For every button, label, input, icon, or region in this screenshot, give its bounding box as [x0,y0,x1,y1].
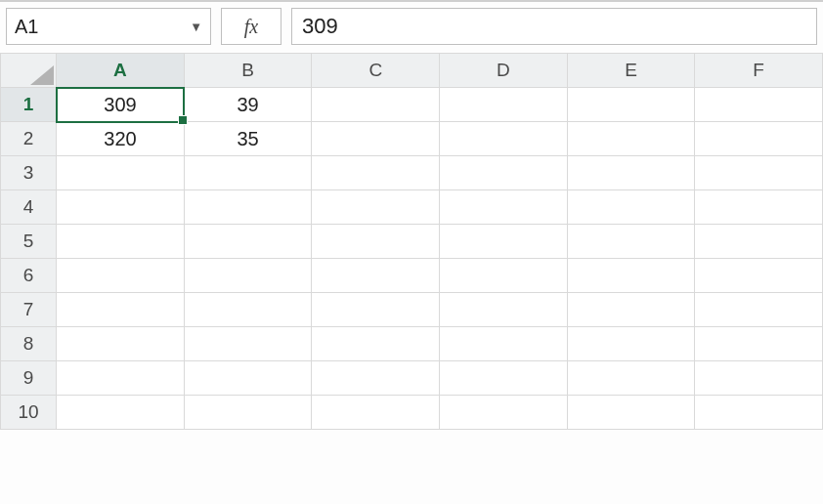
cell-D4[interactable] [440,190,568,225]
cell-E6[interactable] [567,259,695,293]
cell-A4[interactable] [57,190,185,225]
cell-C4[interactable] [312,190,440,225]
cell-A1[interactable]: 309 [57,88,185,122]
cell-E7[interactable] [567,293,695,327]
cell-C7[interactable] [312,293,440,327]
cell-C9[interactable] [312,361,440,396]
row-header-9[interactable]: 9 [1,361,57,396]
row-header-5[interactable]: 5 [1,225,57,259]
cell-D2[interactable] [440,122,568,156]
cell-B4[interactable] [184,190,312,225]
cell-B7[interactable] [184,293,312,327]
row-header-6[interactable]: 6 [1,259,57,293]
cell-B5[interactable] [184,225,312,259]
cell-C8[interactable] [312,327,440,361]
cell-D9[interactable] [440,361,568,396]
cell-D10[interactable] [440,396,568,430]
name-box-value: A1 [15,16,38,38]
cell-C1[interactable] [312,88,440,122]
cell-C3[interactable] [312,156,440,190]
cell-C6[interactable] [312,259,440,293]
cell-B1[interactable]: 39 [184,88,312,122]
fx-button[interactable]: fx [221,8,282,45]
cell-A9[interactable] [57,361,185,396]
column-header-F[interactable]: F [695,54,823,88]
cell-E8[interactable] [567,327,695,361]
cell-E10[interactable] [567,396,695,430]
column-header-E[interactable]: E [567,54,695,88]
cell-E5[interactable] [567,225,695,259]
cell-A8[interactable] [57,327,185,361]
cell-F6[interactable] [695,259,823,293]
cell-A7[interactable] [57,293,185,327]
name-box[interactable]: A1 ▼ [6,8,211,45]
cell-A10[interactable] [57,396,185,430]
spreadsheet-grid: ABCDEF 130939232035345678910 [0,53,823,430]
row-header-8[interactable]: 8 [1,327,57,361]
cell-D5[interactable] [440,225,568,259]
cell-F9[interactable] [695,361,823,396]
cell-E2[interactable] [567,122,695,156]
cell-F7[interactable] [695,293,823,327]
cell-C5[interactable] [312,225,440,259]
cell-E1[interactable] [567,88,695,122]
sheet-table: ABCDEF 130939232035345678910 [0,53,823,430]
cell-B3[interactable] [184,156,312,190]
cell-A6[interactable] [57,259,185,293]
cell-B10[interactable] [184,396,312,430]
cell-C10[interactable] [312,396,440,430]
cell-F4[interactable] [695,190,823,225]
cell-A3[interactable] [57,156,185,190]
cell-D6[interactable] [440,259,568,293]
row-header-10[interactable]: 10 [1,396,57,430]
cell-F5[interactable] [695,225,823,259]
chevron-down-icon[interactable]: ▼ [190,20,202,34]
cell-F2[interactable] [695,122,823,156]
formula-value: 309 [302,14,338,39]
cell-D1[interactable] [440,88,568,122]
select-all-corner[interactable] [1,54,57,88]
fx-label: fx [244,16,258,38]
column-header-D[interactable]: D [440,54,568,88]
formula-input[interactable]: 309 [291,8,817,45]
row-header-4[interactable]: 4 [1,190,57,225]
cell-E9[interactable] [567,361,695,396]
row-header-3[interactable]: 3 [1,156,57,190]
cell-B2[interactable]: 35 [184,122,312,156]
cell-D7[interactable] [440,293,568,327]
cell-F8[interactable] [695,327,823,361]
cell-C2[interactable] [312,122,440,156]
cell-B9[interactable] [184,361,312,396]
formula-bar-row: A1 ▼ fx 309 [0,0,823,53]
cell-F3[interactable] [695,156,823,190]
cell-B8[interactable] [184,327,312,361]
row-header-1[interactable]: 1 [1,88,57,122]
column-header-A[interactable]: A [57,54,185,88]
cell-F1[interactable] [695,88,823,122]
cell-A2[interactable]: 320 [57,122,185,156]
cell-E4[interactable] [567,190,695,225]
column-header-C[interactable]: C [312,54,440,88]
cell-A5[interactable] [57,225,185,259]
cell-F10[interactable] [695,396,823,430]
cell-D3[interactable] [440,156,568,190]
row-header-2[interactable]: 2 [1,122,57,156]
row-header-7[interactable]: 7 [1,293,57,327]
cell-E3[interactable] [567,156,695,190]
cell-D8[interactable] [440,327,568,361]
column-header-B[interactable]: B [184,54,312,88]
cell-B6[interactable] [184,259,312,293]
